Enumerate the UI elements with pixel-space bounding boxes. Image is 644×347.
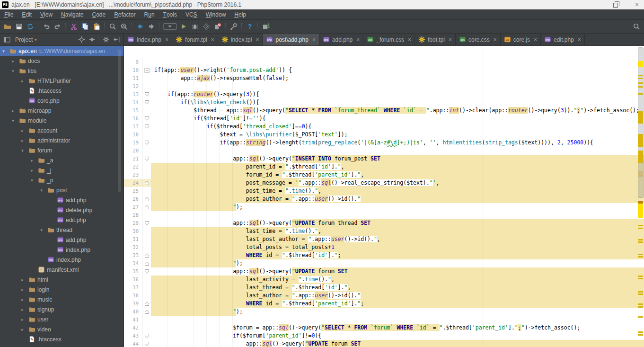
menu-code[interactable]: Code <box>88 9 110 19</box>
code-line-36[interactable]: 36 last_activity = ".time().", <box>124 276 644 284</box>
locate-icon[interactable] <box>76 35 87 44</box>
close-icon[interactable]: × <box>534 36 537 43</box>
close-icon[interactable]: × <box>578 36 581 43</box>
menu-run[interactable]: Run <box>140 9 159 19</box>
collapsed-arrow-icon[interactable]: ▸ <box>20 287 25 292</box>
open-icon[interactable] <box>2 21 13 32</box>
code-line-21[interactable]: 21 app::sql()->query("INSERT INTO forum_… <box>124 155 644 163</box>
tree-item-module[interactable]: ▾module <box>0 116 124 125</box>
tree-item-user[interactable]: ▸user <box>0 314 124 324</box>
tree-item-html[interactable]: ▸html <box>0 275 124 285</box>
tree-item-administrator[interactable]: ▸administrator <box>0 135 124 145</box>
tree-item-edit.php[interactable]: phpedit.php <box>0 215 124 225</box>
close-icon[interactable]: × <box>211 36 214 43</box>
code-line-26[interactable]: 26 post_author = ".app::user()->id()." <box>124 195 644 203</box>
fold-up-icon[interactable] <box>142 259 151 267</box>
tree-item-forum[interactable]: ▾forum <box>0 145 124 155</box>
expanded-arrow-icon[interactable]: ▾ <box>39 228 44 232</box>
tree-item-htmlpurifier[interactable]: ▸HTMLPurifier <box>0 76 124 86</box>
fold-down-icon[interactable] <box>142 340 151 347</box>
tab-index.php[interactable]: phpindex.php× <box>124 34 172 45</box>
fold-up-icon[interactable] <box>142 251 151 259</box>
code-line-22[interactable]: 22 parent_id = ".$thread['id'].", <box>124 163 644 171</box>
help-icon[interactable]: ? <box>244 21 256 32</box>
tree-item-delete.php[interactable]: phpdelete.php <box>0 205 124 215</box>
code-line-11[interactable]: 11 app::ajax()->responseHtml(false); <box>124 74 644 82</box>
menu-navigate[interactable]: Navigate <box>57 9 88 19</box>
close-icon[interactable]: × <box>165 36 168 43</box>
profiler-icon[interactable] <box>212 21 223 32</box>
error-stripe[interactable] <box>637 46 644 347</box>
tree-item-thread[interactable]: ▾thread <box>0 225 124 235</box>
run-icon[interactable] <box>178 21 189 32</box>
code-line-41[interactable]: 41 <box>124 316 644 324</box>
tab-forum.tpl[interactable]: forum.tpl× <box>172 34 218 45</box>
menu-vcs[interactable]: VCS <box>181 9 202 19</box>
close-icon[interactable]: × <box>356 36 360 43</box>
editor[interactable]: 910if(app::user()->right('forum.post-add… <box>124 46 644 347</box>
tree-item-manifest.xml[interactable]: ‹›manifest.xml <box>0 265 124 275</box>
tree-item-add.php[interactable]: phpadd.php <box>0 235 124 245</box>
sync-icon[interactable] <box>25 21 36 32</box>
code-line-14[interactable]: 14 if(\libs\token_check()){ <box>124 98 644 107</box>
paste-icon[interactable] <box>91 21 102 32</box>
tree-item-index.php[interactable]: phpindex.php <box>0 255 124 265</box>
collapsed-arrow-icon[interactable]: ▸ <box>10 59 16 63</box>
fold-down-icon[interactable] <box>142 90 151 98</box>
tab-edit.php[interactable]: phpedit.php× <box>541 34 585 45</box>
collapsed-arrow-icon[interactable]: ▸ <box>29 168 35 173</box>
tree-item-add.php[interactable]: phpadd.php <box>0 195 124 205</box>
tab-post-add.php[interactable]: phppost\add.php× <box>263 34 319 45</box>
tree-item-core.php[interactable]: phpcore.php <box>0 96 124 106</box>
code-line-27[interactable]: 27 "); <box>124 203 644 211</box>
copy-icon[interactable] <box>79 21 91 32</box>
hide-panel-icon[interactable] <box>111 35 122 44</box>
tree-item-signup[interactable]: ▸signup <box>0 304 124 314</box>
close-icon[interactable]: × <box>256 36 259 43</box>
code-line-37[interactable]: 37 last_thread = ".$thread['id'].", <box>124 284 644 292</box>
code-line-16[interactable]: 16 if($thread['id']!=''){ <box>124 115 644 123</box>
collapsed-arrow-icon[interactable]: ▸ <box>20 307 25 312</box>
tree-item-account[interactable]: ▸account <box>0 125 124 135</box>
chevron-down-icon[interactable]: ▾ <box>35 37 37 42</box>
code-line-29[interactable]: 29 app::sql()->query("UPDATE forum_threa… <box>124 219 644 227</box>
replace-icon[interactable] <box>118 21 130 32</box>
fold-down-icon[interactable] <box>142 98 151 107</box>
project-tree-scrollbar[interactable] <box>118 50 121 192</box>
cut-icon[interactable] <box>68 21 79 32</box>
code-line-44[interactable]: 44 app::sql()->query("UPDATE forum SET <box>124 340 644 347</box>
fold-down-icon[interactable] <box>142 219 151 227</box>
code-line-39[interactable]: 39 WHERE id = ".$thread['parent_id']."; <box>124 300 644 308</box>
close-icon[interactable]: × <box>312 36 316 43</box>
menu-refactor[interactable]: Refactor <box>110 9 140 19</box>
menu-help[interactable]: Help <box>230 9 250 19</box>
plugins-icon[interactable] <box>260 21 272 32</box>
tree-item-music[interactable]: ▸music <box>0 294 124 304</box>
tree-item-libs[interactable]: ▾libs <box>0 66 124 76</box>
code-line-25[interactable]: 25 post_time = ".time().", <box>124 187 644 195</box>
expanded-arrow-icon[interactable]: ▾ <box>1 49 6 53</box>
code-line-42[interactable]: 42 $forum = app::sql()->query("SELECT * … <box>124 324 644 332</box>
collapsed-arrow-icon[interactable]: ▸ <box>20 128 25 133</box>
close-button[interactable]: × <box>634 1 640 8</box>
expanded-arrow-icon[interactable]: ▾ <box>20 148 25 153</box>
back-icon[interactable] <box>134 21 146 32</box>
tree-item-ajax.en[interactable]: ▾ajax.enE:\WWW\domains\ajax.en <box>0 46 124 56</box>
tree-item-partial[interactable] <box>0 344 124 347</box>
code-line-24[interactable]: 24 post_message = '".app::sql()->real_es… <box>124 179 644 187</box>
tab-index.tpl[interactable]: index.tpl× <box>218 34 263 45</box>
code-line-35[interactable]: 35 app::sql()->query("UPDATE forum SET <box>124 267 644 276</box>
code-line-20[interactable]: 20 <box>124 147 644 155</box>
expanded-arrow-icon[interactable]: ▾ <box>10 69 16 73</box>
fold-down-icon[interactable] <box>142 139 151 147</box>
collapsed-arrow-icon[interactable]: ▸ <box>20 277 25 282</box>
tab-core.css[interactable]: csscore.css× <box>456 34 501 45</box>
fold-down-icon[interactable] <box>142 115 151 123</box>
collapse-all-icon[interactable] <box>87 35 97 44</box>
tree-item-docs[interactable]: ▸docs <box>0 56 124 66</box>
redo-icon[interactable] <box>52 21 63 32</box>
menu-window[interactable]: Window <box>202 9 230 19</box>
project-panel-title[interactable]: Project <box>15 36 33 43</box>
code-line-33[interactable]: 33 WHERE id = ".$thread['id']."; <box>124 251 644 259</box>
collapsed-arrow-icon[interactable]: ▸ <box>20 327 25 332</box>
